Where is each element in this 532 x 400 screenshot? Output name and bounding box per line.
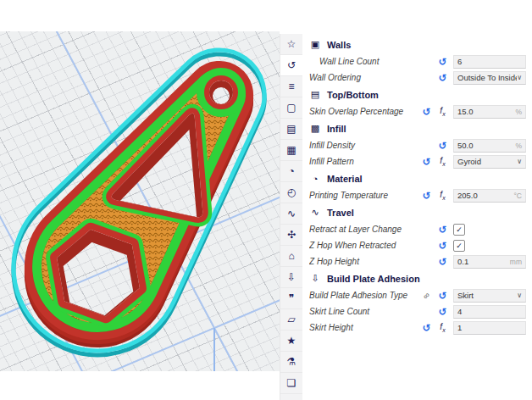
category-adhesion-icon[interactable]: ⇩ — [280, 267, 302, 288]
printing-temperature-input[interactable]: 205.0 °C — [453, 189, 526, 203]
setting-label: Skin Overlap Percentage — [309, 107, 421, 116]
link-icon[interactable]: ∞ — [419, 288, 433, 302]
field-value: 1 — [457, 323, 522, 332]
setting-label: Z Hop When Retracted — [309, 241, 437, 250]
section-infill[interactable]: ▩ Infill — [302, 119, 532, 137]
setting-row-skirt-line-count: Skirt Line Count ↺ 4 — [302, 303, 532, 319]
category-dual-extrusion-icon[interactable]: ❞ — [280, 288, 302, 309]
field-value: 4 — [457, 307, 522, 316]
field-unit: % — [515, 142, 522, 150]
setting-label: Build Plate Adhesion Type — [309, 291, 421, 300]
formula-icon[interactable]: fx — [437, 107, 448, 117]
field-value: 6 — [457, 57, 522, 66]
wall-ordering-select[interactable]: Outside To Inside ∨ — [453, 71, 526, 85]
section-travel[interactable]: ∿ Travel — [302, 203, 532, 221]
infill-pattern-select[interactable]: Gyroid ∨ — [453, 155, 526, 169]
setting-row-infill-pattern: Infill Pattern ↺ fx Gyroid ∨ — [302, 153, 532, 169]
reset-icon[interactable]: ↺ — [421, 107, 432, 117]
field-unit: % — [515, 108, 522, 116]
category-top-bottom-icon[interactable]: ▤ — [280, 119, 302, 140]
skin-overlap-input[interactable]: 15.0 % — [453, 105, 526, 119]
setting-label: Infill Pattern — [309, 157, 421, 166]
check-icon: ✓ — [456, 225, 463, 234]
section-title: Top/Bottom — [327, 90, 379, 100]
setting-row-wall-ordering: Wall Ordering ↺ Outside To Inside ∨ — [302, 69, 532, 86]
setting-label: Printing Temperature — [309, 191, 421, 200]
category-support-icon[interactable]: ⌂ — [280, 246, 302, 267]
reset-icon[interactable]: ↺ — [437, 291, 448, 301]
settings-panel: ▣ Walls Wall Line Count ↺ 6 Wall Orderin… — [302, 0, 532, 400]
setting-row-adhesion-type: Build Plate Adhesion Type ∞ ↺ Skirt ∨ — [302, 287, 532, 303]
setting-label: Skirt Height — [309, 323, 421, 332]
z-hop-when-retracted-checkbox[interactable]: ✓ — [453, 240, 465, 252]
field-unit: mm — [510, 258, 522, 266]
category-experimental-icon[interactable]: ⚗ — [280, 352, 302, 373]
section-title: Material — [327, 174, 363, 184]
category-machine-icon[interactable]: ⊟ — [280, 394, 302, 400]
setting-label: Wall Line Count — [309, 57, 437, 66]
category-cooling-icon[interactable]: ✣ — [280, 225, 302, 246]
viewport-3d[interactable] — [0, 0, 280, 400]
field-value: Skirt — [457, 291, 517, 300]
category-material-icon[interactable]: ◔ — [280, 161, 302, 182]
category-travel-icon[interactable]: ∿ — [280, 203, 302, 225]
field-value: 0.1 — [457, 257, 510, 266]
reset-icon[interactable]: ↺ — [421, 191, 432, 201]
category-reset-icon[interactable]: ↺ — [280, 55, 302, 76]
adhesion-type-select[interactable]: Skirt ∨ — [453, 289, 526, 303]
section-top-bottom[interactable]: ▤ Top/Bottom — [302, 86, 532, 103]
skirt-height-input[interactable]: 1 — [453, 321, 526, 335]
chevron-down-icon: ∨ — [517, 74, 522, 81]
setting-row-z-hop-when-retracted: Z Hop When Retracted ↺ ✓ — [302, 237, 532, 253]
reset-icon[interactable]: ↺ — [437, 307, 448, 317]
reset-icon[interactable]: ↺ — [437, 225, 448, 235]
setting-row-skirt-height: Skirt Height ↺ fx 1 — [302, 319, 532, 336]
slicer-app: ☆ ↺ ≡ ▢ ▤ ▦ ◔ ◴ ∿ ✣ ⌂ ⇩ ❞ ▱ ★ ⚗ ❏ ⊟ ▣ Wa… — [0, 0, 532, 400]
reset-icon[interactable]: ↺ — [421, 323, 432, 333]
adhesion-icon: ⇩ — [309, 273, 321, 284]
z-hop-height-input[interactable]: 0.1 mm — [453, 255, 526, 269]
category-special-modes-icon[interactable]: ★ — [280, 331, 302, 352]
reset-icon[interactable]: ↺ — [437, 141, 448, 151]
formula-icon[interactable]: fx — [437, 191, 448, 201]
setting-label: Retract at Layer Change — [309, 225, 437, 234]
setting-label: Skirt Line Count — [309, 307, 437, 316]
field-unit: °C — [513, 192, 522, 200]
section-material[interactable]: ◔ Material — [302, 169, 532, 187]
reset-icon[interactable]: ↺ — [421, 157, 432, 167]
category-infill-icon[interactable]: ▦ — [280, 140, 302, 161]
field-value: 205.0 — [457, 191, 513, 200]
chevron-down-icon: ∨ — [517, 292, 522, 299]
section-title: Build Plate Adhesion — [327, 274, 420, 284]
setting-label: Z Hop Height — [309, 257, 437, 266]
infill-density-input[interactable]: 50.0 % — [453, 139, 526, 153]
category-mesh-fixes-icon[interactable]: ▱ — [280, 309, 302, 331]
setting-label: Infill Density — [309, 141, 437, 150]
reset-icon[interactable]: ↺ — [437, 257, 448, 267]
category-speed-icon[interactable]: ◴ — [280, 182, 302, 203]
material-icon: ◔ — [309, 174, 321, 184]
retract-at-layer-change-checkbox[interactable]: ✓ — [453, 224, 465, 236]
reset-icon[interactable]: ↺ — [437, 57, 448, 67]
setting-row-wall-line-count: Wall Line Count ↺ 6 — [302, 53, 532, 69]
field-value: 50.0 — [457, 141, 515, 150]
setting-row-infill-density: Infill Density ↺ 50.0 % — [302, 137, 532, 153]
category-per-model-icon[interactable]: ❏ — [280, 373, 302, 394]
section-walls[interactable]: ▣ Walls — [302, 36, 532, 53]
reset-icon[interactable]: ↺ — [437, 73, 448, 83]
formula-icon[interactable]: fx — [437, 157, 448, 167]
setting-row-skin-overlap: Skin Overlap Percentage ↺ fx 15.0 % — [302, 103, 532, 119]
section-title: Travel — [327, 208, 354, 218]
skirt-line-count-input[interactable]: 4 — [453, 305, 526, 319]
formula-icon[interactable]: fx — [437, 323, 448, 333]
wall-line-count-input[interactable]: 6 — [453, 55, 526, 69]
category-favorites-icon[interactable]: ☆ — [280, 34, 302, 55]
setting-label: Wall Ordering — [309, 73, 437, 82]
category-quality-icon[interactable]: ≡ — [280, 76, 302, 97]
reset-icon[interactable]: ↺ — [437, 241, 448, 251]
category-walls-icon[interactable]: ▢ — [280, 97, 302, 119]
field-value: Gyroid — [457, 157, 517, 166]
chevron-down-icon: ∨ — [517, 158, 522, 165]
section-build-plate-adhesion[interactable]: ⇩ Build Plate Adhesion — [302, 269, 532, 287]
top-bottom-icon: ▤ — [309, 89, 321, 100]
